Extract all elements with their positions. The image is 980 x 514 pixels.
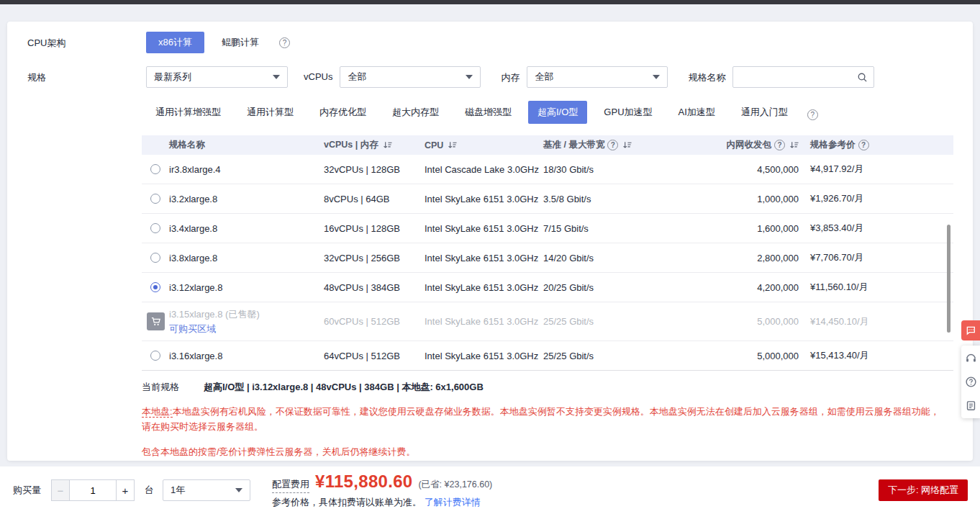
sort-icon[interactable] <box>622 140 632 150</box>
flavor-price: ¥3,853.40/月 <box>799 222 935 235</box>
cpu-arch-help-icon[interactable]: ? <box>279 37 290 48</box>
top-dark-bar <box>0 0 980 4</box>
flavor-pps: 4,500,000 <box>655 164 799 175</box>
sort-icon[interactable] <box>383 140 392 150</box>
duration-select[interactable]: 1年 <box>163 479 250 501</box>
question-circle-icon[interactable] <box>965 376 977 388</box>
flavor-price: ¥15,413.40/月 <box>799 349 935 362</box>
flavor-vcpu-mem: 64vCPUs | 512GB <box>324 351 425 361</box>
arch-x86-button[interactable]: x86计算 <box>146 32 204 53</box>
table-row-selected[interactable]: i3.12xlarge.8 48vCPUs | 384GB Intel SkyL… <box>142 273 953 302</box>
vcpus-select[interactable]: 全部 <box>340 66 481 88</box>
tabs-help-icon[interactable]: ? <box>807 109 818 120</box>
tab-general-computing-plus[interactable]: 通用计算增强型 <box>146 101 230 124</box>
current-spec-value: 超高I/O型 | i3.12xlarge.8 | 48vCPUs | 384GB… <box>204 381 484 394</box>
quantity-stepper: − + <box>51 479 135 501</box>
bandwidth-help-icon[interactable]: ? <box>607 140 618 150</box>
table-scrollbar[interactable] <box>947 225 950 333</box>
table-row[interactable]: i3.8xlarge.8 32vCPUs | 256GB Intel SkyLa… <box>142 243 953 273</box>
memory-filter-label: 内存 <box>501 66 527 84</box>
flavor-pps: 1,000,000 <box>655 194 799 204</box>
spec-name-filter-label: 规格名称 <box>688 66 732 84</box>
purchase-footer: 购买量 − + 台 1年 配置费用 ¥115,880.60 (已省: ¥23,1… <box>0 466 980 514</box>
col-cpu: CPU <box>425 140 443 150</box>
headset-icon[interactable] <box>965 352 977 364</box>
vcpus-select-value: 全部 <box>348 71 366 84</box>
tab-ai-accelerated[interactable]: AI加速型 <box>669 101 725 124</box>
minus-button[interactable]: − <box>51 479 70 501</box>
radio-button[interactable] <box>150 164 160 174</box>
fee-label[interactable]: 配置费用 <box>272 478 309 493</box>
document-icon[interactable] <box>965 400 977 412</box>
quantity-input[interactable] <box>70 479 116 501</box>
table-row-sold-out: i3.15xlarge.8 (已售罄) 可购买区域 60vCPUs | 512G… <box>142 302 953 341</box>
flavor-vcpu-mem: 48vCPUs | 384GB <box>324 282 425 293</box>
chevron-down-icon <box>235 488 242 492</box>
spec-name-search-input[interactable] <box>740 71 857 84</box>
flavor-pps: 2,800,000 <box>655 253 799 263</box>
flavor-cpu: Intel SkyLake 6151 3.0GHz <box>425 282 543 293</box>
local-disk-term[interactable]: 本地盘: <box>142 406 173 418</box>
radio-button-checked[interactable] <box>150 282 160 292</box>
tab-ultra-high-io[interactable]: 超高I/O型 <box>528 101 587 124</box>
search-icon[interactable] <box>857 72 868 83</box>
local-disk-warning: 本地盘:本地盘实例有宕机风险，不保证数据可靠性，建议您使用云硬盘存储业务数据。本… <box>142 404 944 435</box>
plus-button[interactable]: + <box>116 479 135 501</box>
arch-kunpeng-button[interactable]: 鲲鹏计算 <box>214 32 266 53</box>
flavor-bandwidth: 20/25 Gbit/s <box>543 282 655 293</box>
price-help-icon[interactable]: ? <box>858 140 869 150</box>
next-step-button[interactable]: 下一步: 网络配置 <box>879 479 968 501</box>
fee-block: 配置费用 ¥115,880.60 (已省: ¥23,176.60) 参考价格，具… <box>272 472 492 509</box>
flavor-price: ¥1,926.70/月 <box>799 192 935 205</box>
flavor-bandwidth: 18/30 Gbit/s <box>543 164 655 175</box>
col-vcpu-mem: vCPUs | 内存 <box>324 139 378 151</box>
sort-icon[interactable] <box>789 140 799 150</box>
flavor-name: i3.4xlarge.8 <box>169 223 324 234</box>
flavor-vcpu-mem: 8vCPUs | 64GB <box>324 194 425 204</box>
help-tool-panel <box>961 346 980 418</box>
table-row[interactable]: i3.4xlarge.8 16vCPUs | 128GB Intel SkyLa… <box>142 214 953 243</box>
filters-row: 规格 最新系列 vCPUs 全部 内存 全部 规格名称 <box>27 66 973 88</box>
unit-label: 台 <box>145 484 154 497</box>
spec-label: 规格 <box>27 66 146 84</box>
radio-button[interactable] <box>150 253 160 263</box>
spec-name-search[interactable] <box>732 66 874 88</box>
tab-general-entry[interactable]: 通用入门型 <box>732 101 797 124</box>
flavor-name: i3.2xlarge.8 <box>169 194 324 204</box>
tab-memory-optimized[interactable]: 内存优化型 <box>310 101 376 124</box>
flavor-bandwidth: 7/15 Gbit/s <box>543 223 655 234</box>
billing-warning: 包含本地盘的按需/竞价计费弹性云服务器，关机后仍将继续计费。 <box>142 444 944 459</box>
tab-disk-intensive[interactable]: 磁盘增强型 <box>455 101 521 124</box>
chat-icon[interactable] <box>961 320 980 341</box>
flavor-pps: 5,000,000 <box>655 351 799 361</box>
billing-details-link[interactable]: 了解计费详情 <box>425 497 481 508</box>
radio-button[interactable] <box>150 351 160 361</box>
tab-large-memory[interactable]: 超大内存型 <box>383 101 448 124</box>
flavor-vcpu-mem: 60vCPUs | 512GB <box>324 316 425 327</box>
quantity-label: 购买量 <box>13 484 41 497</box>
memory-select[interactable]: 全部 <box>527 66 668 88</box>
flavor-price: ¥4,917.92/月 <box>799 163 935 176</box>
col-price: 规格参考价 <box>810 139 856 151</box>
sort-icon[interactable] <box>448 140 457 150</box>
available-region-link[interactable]: 可购买区域 <box>169 323 324 335</box>
tab-general-computing[interactable]: 通用计算型 <box>237 101 303 124</box>
pps-help-icon[interactable]: ? <box>774 140 785 150</box>
radio-button[interactable] <box>150 223 160 233</box>
flavor-bandwidth: 25/25 Gbit/s <box>543 316 655 327</box>
table-row[interactable]: i3.16xlarge.8 64vCPUs | 512GB Intel SkyL… <box>142 341 953 371</box>
cpu-arch-row: CPU架构 x86计算 鲲鹏计算 ? <box>27 32 973 53</box>
table-row[interactable]: i3.2xlarge.8 8vCPUs | 64GB Intel SkyLake… <box>142 184 953 214</box>
fee-note: 参考价格，具体扣费请以账单为准。 <box>272 497 422 508</box>
instance-family-tabs: 通用计算增强型 通用计算型 内存优化型 超大内存型 磁盘增强型 超高I/O型 G… <box>146 101 973 124</box>
table-row[interactable]: ir3.8xlarge.4 32vCPUs | 128GB Intel Casc… <box>142 155 953 184</box>
flavor-pps: 5,000,000 <box>655 316 799 327</box>
radio-button[interactable] <box>150 194 160 204</box>
flavor-table-header: 规格名称 vCPUs | 内存 CPU 基准 / 最大带宽 ? 内网收发包 ? … <box>142 135 953 155</box>
series-select[interactable]: 最新系列 <box>146 66 288 88</box>
flavor-bandwidth: 3.5/8 Gbit/s <box>543 194 655 204</box>
tab-gpu-accelerated[interactable]: GPU加速型 <box>594 101 661 124</box>
cpu-arch-label: CPU架构 <box>27 32 146 50</box>
flavor-vcpu-mem: 32vCPUs | 128GB <box>324 164 425 175</box>
col-bandwidth: 基准 / 最大带宽 <box>543 139 604 151</box>
